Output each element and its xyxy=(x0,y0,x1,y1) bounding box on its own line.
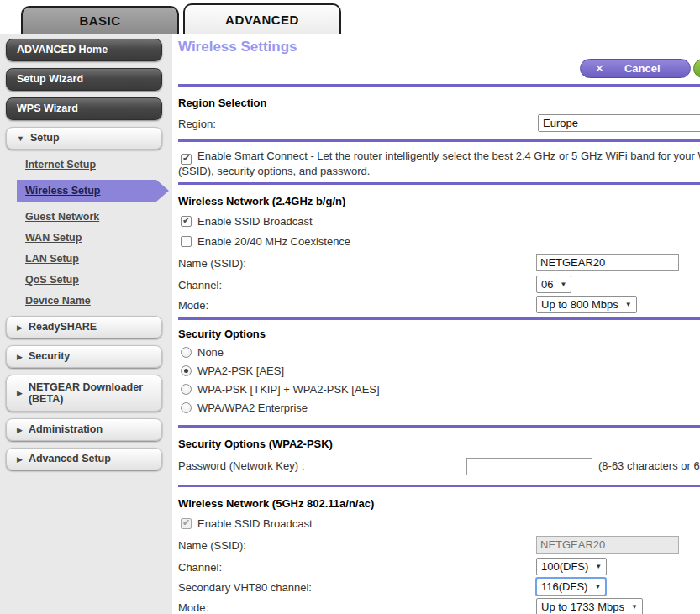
page-title: Wireless Settings xyxy=(178,39,700,55)
divider xyxy=(178,182,700,185)
secondary-vht80-select[interactable]: 116(DFS) ▼ xyxy=(536,578,606,596)
check-icon: ✔ xyxy=(182,154,190,163)
sidebar-item-internet-setup[interactable]: Internet Setup xyxy=(25,159,172,171)
security-enterprise-radio[interactable] xyxy=(181,402,192,413)
region-selection-heading: Region Selection xyxy=(178,97,700,109)
channel-5-select[interactable]: 100(DFS) ▼ xyxy=(536,558,607,575)
security-wpapsk-wpa2psk-label: WPA-PSK [TKIP] + WPA2-PSK [AES] xyxy=(197,383,380,396)
sidebar-section-advanced-setup[interactable]: ▶ Advanced Setup xyxy=(6,448,162,470)
ssid-24-input[interactable]: NETGEAR20 xyxy=(536,254,679,271)
mode-24-select[interactable]: Up to 800 Mbps ▼ xyxy=(536,296,637,313)
security-wpa2psk-radio[interactable] xyxy=(181,365,192,376)
security-none-radio[interactable] xyxy=(181,347,192,358)
sidebar-item-device-name[interactable]: Device Name xyxy=(25,295,172,307)
wpa2-psk-heading: Security Options (WPA2-PSK) xyxy=(178,438,700,450)
channel-24-label: Channel: xyxy=(178,279,222,291)
chevron-right-icon: ▶ xyxy=(17,389,23,397)
security-enterprise-label: WPA/WPA2 Enterprise xyxy=(197,401,308,414)
chevron-right-icon: ▶ xyxy=(17,353,23,361)
chevron-down-icon: ▼ xyxy=(17,134,24,143)
dropdown-arrow-icon: ▼ xyxy=(560,281,566,288)
ssid-broadcast-24-checkbox[interactable]: ✔ xyxy=(181,216,192,227)
sidebar: ADVANCED Home Setup Wizard WPS Wizard ▼ … xyxy=(0,34,172,614)
chevron-right-icon: ▶ xyxy=(17,455,23,464)
divider xyxy=(178,485,700,487)
sidebar-section-netgear-downloader[interactable]: ▶ NETGEAR Downloader (BETA) xyxy=(6,375,162,412)
tab-bar: BASIC ADVANCED xyxy=(0,0,700,34)
coexistence-checkbox[interactable]: ✔ xyxy=(181,236,192,247)
name-ssid-24-label: Name (SSID): xyxy=(178,257,246,270)
sidebar-section-readyshare[interactable]: ▶ ReadySHARE xyxy=(6,316,162,338)
chevron-right-icon: ▶ xyxy=(17,426,23,434)
coexistence-label: Enable 20/40 MHz Coexistence xyxy=(197,235,350,248)
ssid-broadcast-24-label: Enable SSID Broadcast xyxy=(197,215,313,228)
apply-button[interactable] xyxy=(693,59,700,78)
dropdown-arrow-icon: ▼ xyxy=(594,583,601,590)
mode-5-label: Mode: xyxy=(178,601,208,614)
ssid-broadcast-5-checkbox: ✔ xyxy=(181,518,192,529)
sidebar-section-setup[interactable]: ▼ Setup xyxy=(6,127,162,150)
sidebar-item-wan-setup[interactable]: WAN Setup xyxy=(25,232,172,244)
password-label: Password (Network Key) : xyxy=(178,459,304,472)
ssid-5-input: NETGEAR20 xyxy=(536,536,679,554)
region-select[interactable]: Europe ▼ xyxy=(538,114,700,132)
wireless-5-heading: Wireless Network (5GHz 802.11a/n/ac) xyxy=(178,497,700,510)
password-input[interactable] xyxy=(466,458,592,475)
divider xyxy=(178,425,700,428)
password-hint: (8-63 characters or 64 hex digits) xyxy=(598,459,700,472)
dropdown-arrow-icon: ▼ xyxy=(631,603,638,611)
sidebar-item-setup-wizard[interactable]: Setup Wizard xyxy=(6,68,162,91)
security-wpapsk-wpa2psk-radio[interactable] xyxy=(181,384,192,395)
sidebar-section-administration[interactable]: ▶ Administration xyxy=(6,418,162,441)
mode-5-select[interactable]: Up to 1733 Mbps ▼ xyxy=(536,598,643,614)
divider xyxy=(178,317,700,320)
wireless-24-heading: Wireless Network (2.4GHz b/g/n) xyxy=(178,195,700,207)
sidebar-item-wireless-setup-selected[interactable]: Wireless Setup xyxy=(17,180,156,202)
channel-24-select[interactable]: 06 ▼ xyxy=(536,276,571,293)
sidebar-item-guest-network[interactable]: Guest Network xyxy=(25,211,172,223)
smart-connect-block: ✔Enable Smart Connect - Let the router i… xyxy=(178,150,700,178)
sidebar-item-wps-wizard[interactable]: WPS Wizard xyxy=(6,97,162,120)
sidebar-item-qos-setup[interactable]: QoS Setup xyxy=(25,274,172,286)
setup-sub-list: Internet Setup Wireless Setup Guest Netw… xyxy=(0,159,172,307)
main-content: Wireless Settings ✕ Cancel Region Select… xyxy=(172,34,700,614)
secondary-vht80-label: Secondary VHT80 channel: xyxy=(178,581,312,594)
sidebar-item-lan-setup[interactable]: LAN Setup xyxy=(25,253,172,265)
security-options-24-heading: Security Options xyxy=(178,328,700,340)
dropdown-arrow-icon: ▼ xyxy=(595,563,602,570)
region-label: Region: xyxy=(178,118,216,130)
chevron-right-icon: ▶ xyxy=(17,323,23,332)
ssid-broadcast-5-label: Enable SSID Broadcast xyxy=(197,517,313,530)
security-none-label: None xyxy=(197,346,224,359)
close-icon: ✕ xyxy=(595,62,604,75)
name-ssid-5-label: Name (SSID): xyxy=(178,539,246,552)
smart-connect-checkbox[interactable]: ✔ xyxy=(181,154,192,165)
sidebar-item-advanced-home[interactable]: ADVANCED Home xyxy=(6,39,162,61)
tab-advanced[interactable]: ADVANCED xyxy=(183,3,341,34)
divider xyxy=(178,84,700,87)
tab-basic[interactable]: BASIC xyxy=(21,6,179,34)
security-wpa2psk-label: WPA2-PSK [AES] xyxy=(197,365,284,377)
sidebar-section-security[interactable]: ▶ Security xyxy=(6,345,162,368)
check-icon: ✔ xyxy=(182,518,190,527)
divider xyxy=(178,139,700,142)
channel-5-label: Channel: xyxy=(178,561,222,574)
check-icon: ✔ xyxy=(182,216,190,225)
cancel-button[interactable]: ✕ Cancel xyxy=(580,59,691,78)
mode-24-label: Mode: xyxy=(178,299,208,312)
dropdown-arrow-icon: ▼ xyxy=(625,301,632,308)
